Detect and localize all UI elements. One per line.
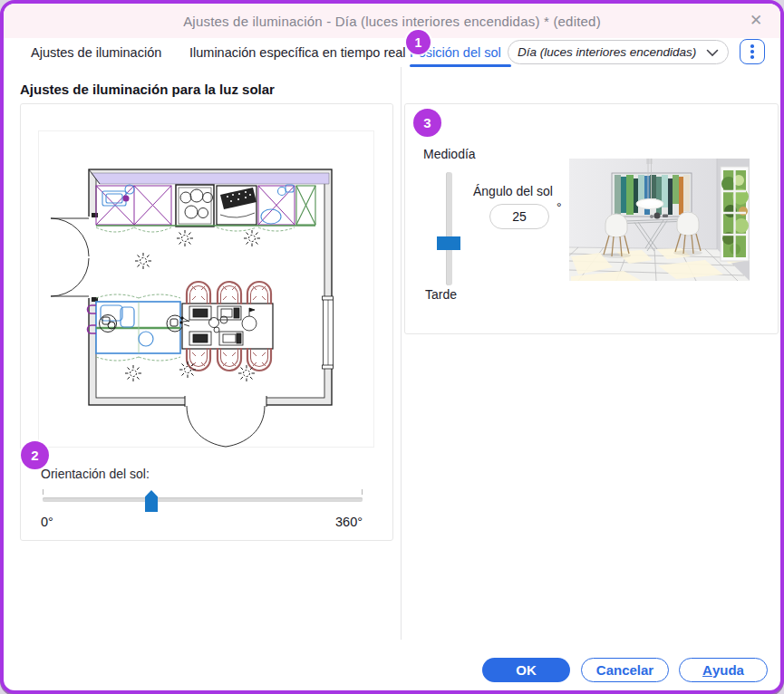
floor-plan-view[interactable]: [38, 130, 374, 448]
sun-orientation-label: Orientación del sol:: [41, 467, 150, 481]
lighting-preset-dropdown[interactable]: Día (luces interiores encendidas): [508, 40, 729, 64]
noon-label: Mediodía: [423, 147, 476, 161]
close-icon[interactable]: ✕: [746, 11, 766, 31]
orientation-min-value: 0°: [41, 515, 53, 529]
slider-track[interactable]: [43, 497, 363, 502]
slider-min-tick: [43, 489, 44, 495]
floor-plan-drawing: [39, 131, 375, 448]
render-image: [569, 159, 750, 281]
interior-render-preview: [569, 159, 750, 281]
dialog-title: Ajustes de iluminación - Día (luces inte…: [183, 14, 601, 29]
orientation-max-value: 360°: [335, 515, 363, 529]
kebab-dot: [750, 44, 754, 48]
sun-angle-label: Ángulo del sol: [473, 184, 553, 198]
active-tab-underline: [410, 64, 511, 67]
chevron-down-icon: [706, 44, 719, 61]
lighting-preset-value: Día (luces interiores encendidas): [518, 45, 706, 59]
sun-angle-input[interactable]: 25: [489, 204, 549, 229]
sun-elevation-slider[interactable]: [437, 172, 460, 285]
step-badge-2: 2: [21, 441, 49, 469]
tab-lighting-settings[interactable]: Ajustes de iluminación: [31, 45, 161, 60]
more-options-button[interactable]: [740, 39, 765, 64]
elevation-slider-track[interactable]: [446, 172, 452, 285]
sun-orientation-slider-handle[interactable]: [145, 490, 158, 512]
sunlight-section-heading: Ajustes de iluminación para la luz solar: [20, 82, 275, 97]
ok-button[interactable]: OK: [482, 658, 570, 682]
titlebar: Ajustes de iluminación - Día (luces inte…: [4, 4, 780, 38]
help-button-mnemonic: A: [702, 662, 712, 678]
step-badge-3: 3: [413, 109, 441, 137]
step-badge-1: 1: [406, 30, 431, 54]
sun-orientation-slider[interactable]: [43, 489, 363, 516]
help-button-label-rest: yuda: [712, 662, 744, 678]
sun-angle-panel: Mediodía Tarde Ángulo del sol 25 °: [404, 103, 779, 334]
cancel-button[interactable]: Cancelar: [581, 658, 669, 682]
kebab-dot: [750, 55, 754, 59]
panel-divider: [401, 67, 402, 640]
evening-label: Tarde: [425, 287, 457, 302]
sun-elevation-slider-handle[interactable]: [437, 236, 460, 250]
help-button[interactable]: Ayuda: [679, 658, 768, 682]
tab-realtime-lighting[interactable]: Iluminación específica en tiempo real: [189, 45, 406, 60]
lighting-settings-dialog: Ajustes de iluminación - Día (luces inte…: [0, 0, 784, 694]
sun-orientation-panel: Orientación del sol: 0° 360°: [20, 103, 393, 541]
kebab-dot: [750, 50, 754, 53]
sun-angle-unit: °: [557, 200, 562, 215]
slider-max-tick: [362, 489, 363, 495]
lighting-settings-dialog-stage: Ajustes de iluminación - Día (luces inte…: [0, 0, 784, 694]
